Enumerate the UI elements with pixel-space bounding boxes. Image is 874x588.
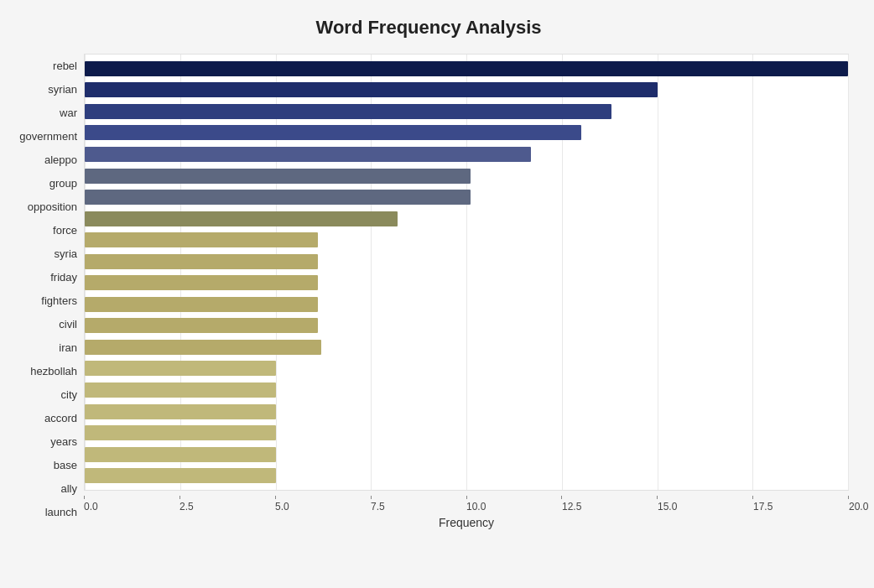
chart-container: Word Frequency Analysis rebelsyrianwargo…	[0, 0, 874, 588]
tick-mark	[848, 496, 849, 499]
y-label: fighters	[41, 295, 77, 306]
y-labels: rebelsyrianwargovernmentaleppogroupoppos…	[8, 54, 84, 524]
bar	[85, 275, 318, 290]
bar-row	[85, 231, 848, 249]
bar	[85, 468, 276, 483]
bar	[85, 125, 581, 140]
bar	[85, 147, 531, 162]
bar-row	[85, 424, 848, 442]
tick-mark	[561, 496, 562, 499]
chart-title: Word Frequency Analysis	[8, 17, 849, 39]
tick-marks	[84, 496, 849, 499]
y-label: city	[61, 389, 78, 400]
bar-row	[85, 338, 848, 356]
bar	[85, 211, 398, 226]
bar-row	[85, 445, 848, 464]
tick-mark	[179, 496, 180, 499]
y-label: hezbollah	[30, 366, 77, 377]
tick-mark	[84, 496, 85, 499]
bar	[85, 61, 848, 76]
y-label: opposition	[28, 201, 77, 212]
bar-row	[85, 252, 848, 271]
bar	[85, 382, 276, 398]
y-label: syrian	[48, 84, 77, 95]
bar-row	[85, 102, 848, 121]
y-label: civil	[59, 319, 77, 330]
y-label: group	[49, 178, 77, 189]
bar-row	[85, 123, 848, 142]
bar-row	[85, 316, 848, 335]
bar	[85, 404, 276, 419]
bar-row	[85, 295, 848, 314]
y-label: accord	[44, 413, 77, 424]
y-label: ally	[60, 483, 77, 494]
x-axis: 0.02.55.07.510.012.515.017.520.0 Frequen…	[84, 491, 849, 524]
bar	[85, 425, 276, 440]
bar	[85, 361, 276, 376]
bars-inner	[85, 55, 848, 490]
bar-row	[85, 381, 848, 399]
bar-row	[85, 167, 848, 185]
tick-mark	[752, 496, 753, 499]
tick-mark	[371, 496, 372, 499]
y-label: government	[19, 131, 77, 142]
bar-row	[85, 145, 848, 164]
bar	[85, 297, 318, 312]
y-label: base	[54, 460, 77, 471]
y-label: aleppo	[44, 154, 77, 165]
bar-row	[85, 466, 848, 485]
bar-row	[85, 359, 848, 377]
bar-row	[85, 403, 848, 421]
y-label: rebel	[53, 60, 77, 71]
y-label: friday	[50, 272, 77, 283]
bar-row	[85, 81, 848, 99]
bar-row	[85, 188, 848, 206]
bar	[85, 190, 471, 205]
bar	[85, 169, 471, 184]
y-label: years	[50, 436, 77, 447]
x-ticks: 0.02.55.07.510.012.515.017.520.0	[84, 501, 849, 513]
bar	[85, 318, 318, 333]
y-label: syria	[55, 248, 77, 259]
y-label: iran	[59, 342, 77, 353]
bars-and-xaxis: 0.02.55.07.510.012.515.017.520.0 Frequen…	[84, 54, 849, 524]
bar-row	[85, 210, 848, 228]
bars-panel	[84, 54, 849, 491]
tick-mark	[657, 496, 658, 499]
y-label: force	[53, 225, 77, 236]
bar	[85, 340, 321, 355]
bar	[85, 104, 611, 119]
tick-mark	[275, 496, 276, 499]
bar	[85, 82, 658, 97]
grid-line	[848, 55, 849, 490]
y-label: launch	[45, 507, 77, 518]
bar-row	[85, 273, 848, 292]
bar-row	[85, 60, 848, 78]
bar	[85, 447, 276, 462]
chart-area: rebelsyrianwargovernmentaleppogroupoppos…	[8, 54, 849, 524]
bar	[85, 254, 318, 269]
x-axis-label: Frequency	[84, 516, 849, 529]
tick-mark	[466, 496, 467, 499]
y-label: war	[60, 107, 77, 118]
bar	[85, 232, 318, 247]
